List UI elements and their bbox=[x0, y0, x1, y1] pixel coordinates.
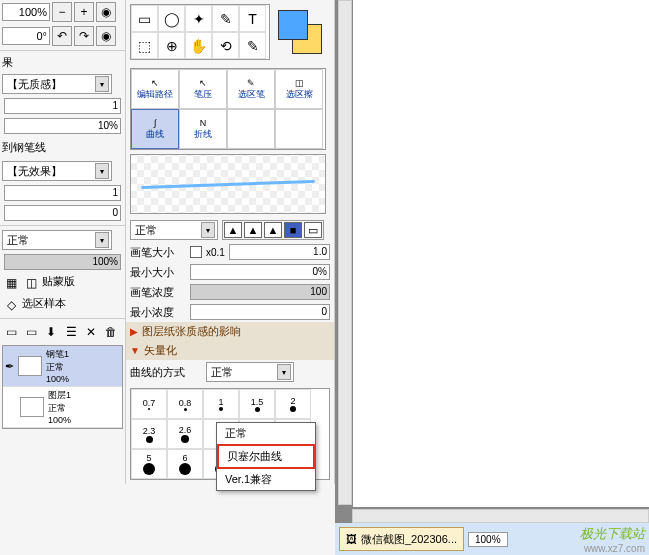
merge-button[interactable]: ☰ bbox=[62, 323, 80, 341]
curve-option-normal[interactable]: 正常 bbox=[217, 423, 315, 444]
subtool-polyline[interactable]: N折线 bbox=[179, 109, 227, 149]
layer-opacity-slider[interactable]: 100% bbox=[4, 254, 121, 270]
vector-section-header[interactable]: ▼ 矢量化 bbox=[126, 341, 334, 360]
chevron-down-icon: ▾ bbox=[95, 163, 109, 179]
brush-size-preset[interactable]: 1 bbox=[203, 389, 239, 419]
subtool-pressure[interactable]: ↖笔压 bbox=[179, 69, 227, 109]
preset-size-label: 1.5 bbox=[251, 397, 264, 407]
dot-icon bbox=[255, 407, 260, 412]
rotate-left-button[interactable]: ↶ bbox=[52, 26, 72, 46]
new-folder-button[interactable]: ▭ bbox=[22, 323, 40, 341]
brush-blend-dropdown[interactable]: 正常 ▾ bbox=[130, 220, 218, 240]
zoom-in-button[interactable]: + bbox=[74, 2, 94, 22]
brush-shape-custom[interactable]: ▭ bbox=[304, 222, 322, 238]
effect-slider-1[interactable]: 1 bbox=[4, 185, 121, 201]
transfer-down-button[interactable]: ⬇ bbox=[42, 323, 60, 341]
taskbar-zoom-badge: 100% bbox=[468, 532, 508, 547]
density-label: 画笔浓度 bbox=[130, 285, 186, 300]
selection-icon[interactable]: ◇ bbox=[2, 296, 20, 314]
layer-row[interactable]: 图层1 正常 100% bbox=[3, 387, 122, 428]
tool-rotate[interactable]: ⟲ bbox=[212, 32, 239, 59]
preset-size-label: 0.7 bbox=[143, 398, 156, 408]
subtool-edit-path[interactable]: ↖编辑路径 bbox=[131, 69, 179, 109]
layer-mode: 正常 bbox=[48, 402, 71, 415]
curve-method-value: 正常 bbox=[211, 365, 233, 380]
texture-section-header[interactable]: ▶ 图层纸张质感的影响 bbox=[126, 322, 334, 341]
slider-value: 1 bbox=[112, 99, 118, 113]
subtool-curve[interactable]: ∫曲线 bbox=[131, 109, 179, 149]
tool-eyedropper[interactable]: ✎ bbox=[239, 32, 266, 59]
tool-zoom[interactable]: ⊕ bbox=[158, 32, 185, 59]
brush-shape-picker: ▲ ▲ ▲ ■ ▭ bbox=[222, 220, 324, 240]
subtool-label: 选区擦 bbox=[286, 88, 313, 101]
dot-icon bbox=[290, 406, 296, 412]
subtool-select-erase[interactable]: ◫选区擦 bbox=[275, 69, 323, 109]
delete-layer-button[interactable]: 🗑 bbox=[102, 323, 120, 341]
brush-shape-hard[interactable]: ▲ bbox=[264, 222, 282, 238]
lock-alpha-icon[interactable]: ▦ bbox=[2, 274, 20, 292]
preset-size-label: 0.8 bbox=[179, 398, 192, 408]
zoom-out-button[interactable]: − bbox=[52, 2, 72, 22]
subtool-label: 笔压 bbox=[194, 88, 212, 101]
rotate-reset-button[interactable]: ◉ bbox=[96, 26, 116, 46]
dot-icon bbox=[181, 435, 189, 443]
brush-blend-value: 正常 bbox=[135, 223, 157, 238]
rotation-input[interactable] bbox=[2, 27, 50, 45]
tool-lasso[interactable]: ◯ bbox=[158, 5, 185, 32]
size-pressure-checkbox[interactable] bbox=[190, 246, 202, 258]
density-slider[interactable]: 100 bbox=[190, 284, 330, 300]
triangle-right-icon: ▶ bbox=[130, 326, 138, 337]
canvas[interactable] bbox=[353, 0, 649, 507]
brush-size-preset[interactable]: 0.8 bbox=[167, 389, 203, 419]
quality-dropdown[interactable]: 【无质感】 ▾ bbox=[2, 74, 112, 94]
brush-size-preset[interactable]: 2.6 bbox=[167, 419, 203, 449]
dot-icon bbox=[219, 407, 223, 411]
min-size-slider[interactable]: 0% bbox=[190, 264, 330, 280]
quality-slider-2[interactable]: 10% bbox=[4, 118, 121, 134]
zoom-reset-button[interactable]: ◉ bbox=[96, 2, 116, 22]
taskbar: 🖼 微信截图_202306... 100% 极光下载站 www.xz7.com bbox=[335, 523, 649, 555]
vertical-scrollbar[interactable] bbox=[338, 0, 352, 505]
curve-method-dropdown[interactable]: 正常 ▾ bbox=[206, 362, 294, 382]
chevron-down-icon: ▾ bbox=[201, 222, 215, 238]
brush-size-preset[interactable]: 0.7 bbox=[131, 389, 167, 419]
quality-slider-1[interactable]: 1 bbox=[4, 98, 121, 114]
curve-option-bezier[interactable]: 贝塞尔曲线 bbox=[217, 444, 315, 469]
brush-size-preset[interactable]: 1.5 bbox=[239, 389, 275, 419]
zoom-input[interactable] bbox=[2, 3, 50, 21]
curve-option-v1compat[interactable]: Ver.1兼容 bbox=[217, 469, 315, 490]
new-layer-button[interactable]: ▭ bbox=[2, 323, 20, 341]
brush-size-preset[interactable]: 2 bbox=[275, 389, 311, 419]
effect-slider-2[interactable]: 0 bbox=[4, 205, 121, 221]
tool-select-rect[interactable]: ▭ bbox=[131, 5, 158, 32]
tool-move[interactable]: ⬚ bbox=[131, 32, 158, 59]
tool-pen[interactable]: ✎ bbox=[212, 5, 239, 32]
brush-size-preset[interactable]: 2.3 bbox=[131, 419, 167, 449]
layer-row[interactable]: ✒ 钢笔1 正常 100% bbox=[3, 346, 122, 387]
blend-mode-dropdown[interactable]: 正常 ▾ bbox=[2, 230, 112, 250]
tool-wand[interactable]: ✦ bbox=[185, 5, 212, 32]
image-icon: 🖼 bbox=[346, 533, 357, 545]
subtool-select-pen[interactable]: ✎选区笔 bbox=[227, 69, 275, 109]
clear-button[interactable]: ✕ bbox=[82, 323, 100, 341]
taskbar-item[interactable]: 🖼 微信截图_202306... bbox=[339, 527, 464, 551]
foreground-color[interactable] bbox=[278, 10, 308, 40]
min-density-slider[interactable]: 0 bbox=[190, 304, 330, 320]
brush-shape-med[interactable]: ▲ bbox=[244, 222, 262, 238]
tool-text[interactable]: T bbox=[239, 5, 266, 32]
tool-hand[interactable]: ✋ bbox=[185, 32, 212, 59]
selection-sample-label: 选区样本 bbox=[22, 296, 66, 314]
brush-size-slider[interactable]: 1.0 bbox=[229, 244, 330, 260]
effect-dropdown[interactable]: 【无效果】 ▾ bbox=[2, 161, 112, 181]
color-swatches[interactable] bbox=[278, 10, 322, 54]
rotate-right-button[interactable]: ↷ bbox=[74, 26, 94, 46]
brush-size-preset[interactable]: 6 bbox=[167, 449, 203, 479]
brush-shape-soft[interactable]: ▲ bbox=[224, 222, 242, 238]
mask-icon[interactable]: ◫ bbox=[22, 274, 40, 292]
brush-shape-flat[interactable]: ■ bbox=[284, 222, 302, 238]
size-mult-label: x0.1 bbox=[206, 247, 225, 258]
horizontal-scrollbar[interactable] bbox=[352, 509, 649, 523]
brush-size-preset[interactable]: 5 bbox=[131, 449, 167, 479]
layer-thumbnail bbox=[20, 397, 44, 417]
preset-size-label: 2.3 bbox=[143, 426, 156, 436]
